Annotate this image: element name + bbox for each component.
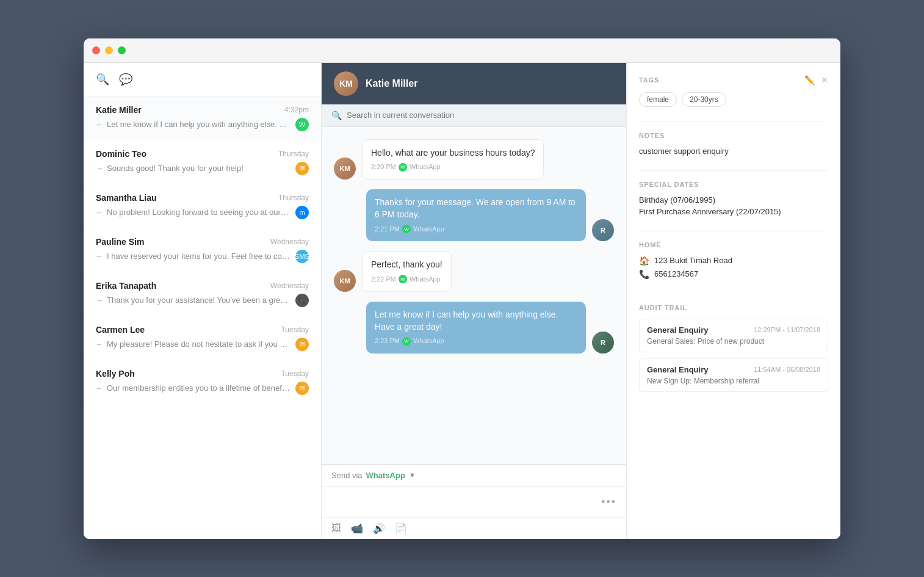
edit-icon[interactable]: ✏️ (804, 75, 815, 85)
home-icon: 🏠 (639, 256, 649, 266)
special-date-item: First Purchase Anniversary (22/07/2015) (639, 207, 828, 216)
message-channel: WhatsApp (410, 162, 441, 172)
audit-item-desc: New Sign Up: Membership referral (647, 377, 820, 385)
message-row: KM Perfect, thank you! 2:22 PM W WhatsAp… (334, 251, 614, 292)
phone-icon: 📞 (639, 269, 649, 279)
audit-trail-item: General Enquiry 12:29PM - 11/07/2018 Gen… (639, 319, 828, 352)
conv-name: Pauline Sim (96, 237, 144, 247)
notes-header: NOTES (639, 132, 828, 139)
conversation-item[interactable]: Samantha Liau Thursday ← No problem! Loo… (84, 184, 321, 228)
conv-time: Tuesday (281, 369, 309, 378)
home-phone-row: 📞 6561234567 (639, 269, 828, 279)
image-icon[interactable]: 🖼 (331, 523, 341, 534)
minimize-dot[interactable] (105, 46, 113, 54)
audit-item-time: 12:29PM - 11/07/2018 (754, 326, 820, 333)
notes-text: customer support enquiry (639, 147, 828, 156)
compose-area[interactable]: ••• (322, 487, 626, 517)
notes-title: NOTES (639, 132, 665, 139)
message-bubble: Let me know if I can help you with anyth… (366, 302, 586, 354)
message-channel: WhatsApp (413, 336, 444, 346)
tag[interactable]: female (639, 92, 677, 107)
special-dates-title: SPECIAL DATES (639, 181, 699, 188)
close-icon[interactable]: ✕ (821, 75, 828, 85)
chat-footer: Send via WhatsApp ▼ ••• 🖼 📹 🔊 📄 (322, 464, 626, 539)
audit-item-header: General Enquiry 12:29PM - 11/07/2018 (647, 325, 820, 335)
whatsapp-meta-icon: W (399, 163, 407, 172)
direction-arrow: ← (96, 340, 103, 349)
right-panel: TAGS ✏️ ✕ female20-30yrs NOTES customer … (627, 63, 840, 539)
home-address-row: 🏠 123 Bukit Timah Road (639, 256, 828, 266)
whatsapp-meta-icon: W (402, 337, 411, 346)
main-content: 🔍 💬 Katie Miller 4:32pm ← Let me know if… (84, 63, 840, 539)
direction-arrow: ← (96, 208, 103, 217)
email-channel-icon: ✉ (295, 338, 309, 351)
message-avatar: R (592, 332, 614, 354)
conv-preview-text: I have reserved your items for you. Feel… (107, 252, 290, 261)
send-via-channel[interactable]: WhatsApp (366, 471, 405, 480)
audio-icon[interactable]: 🔊 (373, 523, 385, 534)
conversation-item[interactable]: Dominic Teo Thursday → Sounds good! Than… (84, 140, 321, 184)
message-text: Hello, what are your business hours toda… (371, 147, 535, 159)
file-icon[interactable]: 📄 (395, 523, 407, 534)
conv-name: Dominic Teo (96, 149, 146, 159)
audit-item-header: General Enquiry 11:54AM - 06/08/2018 (647, 365, 820, 374)
conv-name: Katie Miller (96, 105, 142, 115)
tags-row: female20-30yrs (639, 92, 828, 107)
message-meta: 2:22 PM W WhatsApp (371, 275, 442, 284)
maximize-dot[interactable] (118, 46, 126, 54)
compose-icon[interactable]: 💬 (119, 73, 132, 86)
compose-toolbar: 🖼 📹 🔊 📄 (322, 517, 626, 539)
conv-name: Kelly Poh (96, 369, 135, 379)
conversation-item[interactable]: Carmen Lee Tuesday ← My pleasure! Please… (84, 316, 321, 360)
home-phone: 6561234567 (654, 269, 698, 278)
home-header: HOME (639, 241, 828, 249)
message-time: 2:22 PM (371, 275, 396, 284)
chat-header: KM Katie Miller (322, 63, 626, 104)
message-search-input[interactable] (347, 111, 616, 120)
special-date-item: Birthday (07/06/1995) (639, 195, 828, 205)
message-text: Thanks for your message. We are open fro… (375, 197, 577, 220)
conv-preview: → Sounds good! Thank you for your help! … (96, 162, 309, 175)
conv-preview-text: No problem! Looking forward to seeing yo… (107, 208, 290, 217)
conversation-item[interactable]: Kelly Poh Tuesday ← Our membership entit… (84, 360, 321, 404)
message-bubble: Hello, what are your business hours toda… (362, 139, 544, 180)
search-icon[interactable]: 🔍 (96, 73, 109, 86)
video-icon[interactable]: 📹 (351, 523, 363, 534)
message-channel: WhatsApp (410, 275, 441, 284)
tag[interactable]: 20-30yrs (682, 92, 726, 107)
whatsapp-meta-icon: W (402, 225, 411, 233)
sms-channel-icon: SMS (295, 250, 309, 263)
home-address: 123 Bukit Timah Road (654, 256, 732, 265)
conv-preview-text: Our membership entitles you to a lifetim… (107, 383, 290, 393)
message-avatar: KM (334, 270, 356, 292)
whatsapp-channel-icon: W (295, 118, 309, 131)
phone-channel-icon: 📞 (295, 294, 309, 307)
send-via-bar: Send via WhatsApp ▼ (322, 465, 626, 487)
message-time: 2:20 PM (371, 162, 396, 172)
audit-item-time: 11:54AM - 06/08/2018 (754, 366, 820, 373)
message-bubble: Perfect, thank you! 2:22 PM W WhatsApp (362, 251, 452, 292)
message-avatar: KM (334, 158, 356, 180)
chat-area: KM Katie Miller 🔍 KM Hello, what are you… (322, 63, 627, 539)
conv-header: Erika Tanapath Wednesday (96, 281, 309, 291)
conversation-item[interactable]: Pauline Sim Wednesday ← I have reserved … (84, 228, 321, 272)
home-title: HOME (639, 241, 662, 249)
options-icon[interactable]: ••• (601, 495, 616, 508)
conv-name: Carmen Lee (96, 325, 145, 335)
conversation-item[interactable]: Katie Miller 4:32pm ← Let me know if I c… (84, 96, 321, 140)
tags-header: TAGS ✏️ ✕ (639, 75, 828, 85)
message-bubble: Thanks for your message. We are open fro… (366, 189, 586, 241)
sidebar-toolbar: 🔍 💬 (84, 63, 321, 96)
message-text: Perfect, thank you! (371, 259, 442, 271)
conv-time: 4:32pm (284, 106, 309, 114)
message-search-bar: 🔍 (322, 104, 626, 127)
message-avatar: R (592, 219, 614, 241)
audit-trail-title: AUDIT TRAIL (639, 304, 687, 311)
titlebar (84, 38, 840, 63)
messenger-channel-icon: m (295, 206, 309, 219)
chevron-down-icon[interactable]: ▼ (409, 471, 416, 479)
close-dot[interactable] (92, 46, 100, 54)
conversation-item[interactable]: Erika Tanapath Wednesday → Thank you for… (84, 272, 321, 316)
special-dates-section: SPECIAL DATES Birthday (07/06/1995)First… (639, 181, 828, 216)
audit-item-title: General Enquiry (647, 365, 708, 374)
